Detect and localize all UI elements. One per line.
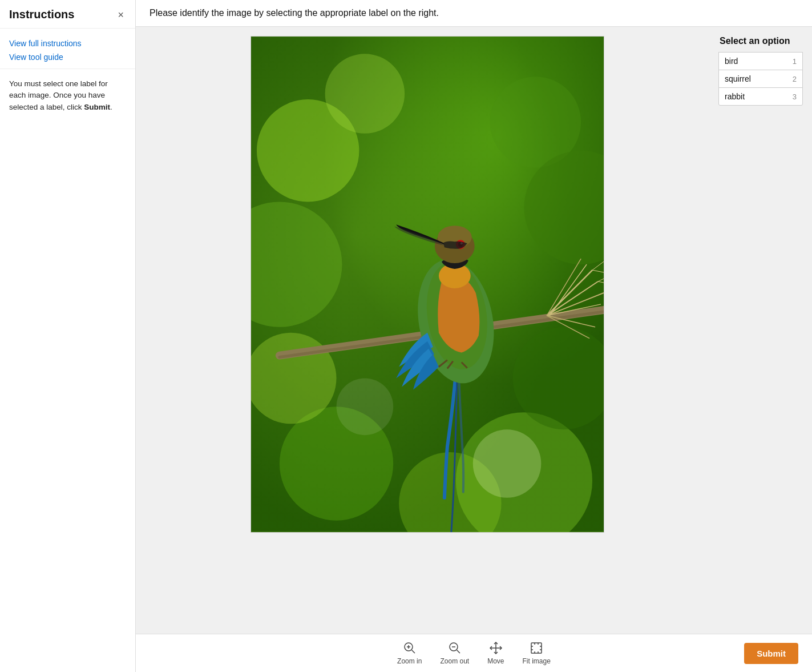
- option-squirrel[interactable]: squirrel 2: [718, 70, 803, 88]
- move-label: Move: [487, 657, 504, 665]
- fit-image-icon: [530, 641, 543, 655]
- instruction-bar: Please identify the image by selecting t…: [136, 0, 812, 27]
- options-title: Select an option: [718, 36, 803, 46]
- instruction-bold: Submit: [84, 103, 110, 111]
- close-button[interactable]: ×: [115, 9, 126, 21]
- image-container: [145, 36, 709, 533]
- fit-image-button[interactable]: Fit image: [523, 641, 551, 665]
- content-area: Please identify the image by selecting t…: [136, 0, 812, 672]
- move-button[interactable]: Move: [487, 641, 504, 665]
- zoom-out-icon: [448, 641, 462, 655]
- zoom-in-label: Zoom in: [397, 657, 422, 665]
- zoom-in-icon: [403, 641, 417, 655]
- main-container: Instructions × View full instructions Vi…: [0, 0, 812, 672]
- bird-image: [251, 36, 604, 533]
- option-bird[interactable]: bird 1: [718, 52, 803, 70]
- option-rabbit[interactable]: rabbit 3: [718, 87, 803, 106]
- instruction-text-2: .: [110, 103, 112, 111]
- svg-point-12: [472, 429, 541, 498]
- option-label-squirrel: squirrel: [725, 74, 751, 83]
- move-icon: [489, 641, 503, 655]
- zoom-in-button[interactable]: Zoom in: [397, 641, 422, 665]
- svg-line-44: [457, 650, 460, 654]
- svg-line-40: [411, 650, 415, 654]
- view-tool-guide-link[interactable]: View tool guide: [9, 53, 126, 62]
- submit-button[interactable]: Submit: [744, 643, 798, 664]
- workspace: Select an option bird 1 squirrel 2 rabbi…: [136, 27, 812, 634]
- view-full-instructions-link[interactable]: View full instructions: [9, 39, 126, 48]
- zoom-out-label: Zoom out: [440, 657, 469, 665]
- option-number-bird: 1: [793, 57, 797, 66]
- zoom-out-button[interactable]: Zoom out: [440, 641, 469, 665]
- fit-image-label: Fit image: [523, 657, 551, 665]
- option-number-squirrel: 2: [793, 75, 797, 83]
- svg-point-13: [336, 378, 393, 435]
- options-panel: Select an option bird 1 squirrel 2 rabbi…: [718, 36, 803, 105]
- option-label-rabbit: rabbit: [725, 92, 745, 101]
- option-number-rabbit: 3: [793, 92, 797, 101]
- option-label-bird: bird: [725, 57, 738, 66]
- sidebar-header: Instructions ×: [0, 0, 135, 29]
- sidebar-links: View full instructions View tool guide: [0, 29, 135, 69]
- instruction-text: Please identify the image by selecting t…: [150, 8, 439, 18]
- sidebar-title: Instructions: [9, 8, 74, 21]
- sidebar-instructions: You must select one label for each image…: [0, 69, 135, 122]
- sidebar: Instructions × View full instructions Vi…: [0, 0, 136, 672]
- svg-point-4: [325, 54, 405, 134]
- toolbar: Zoom in Zoom out Move: [136, 634, 812, 672]
- svg-rect-48: [531, 643, 542, 653]
